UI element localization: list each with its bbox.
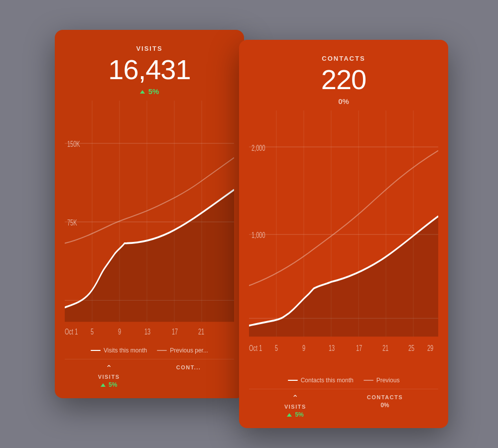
- svg-text:75K: 75K: [67, 219, 77, 227]
- svg-text:13: 13: [329, 344, 335, 353]
- chevron-up-icon-front: ⌃: [292, 394, 298, 402]
- contacts-chart: 2,000 1,000 Oct 1 5 9 13 17 21 25 29: [249, 111, 438, 373]
- svg-text:150K: 150K: [67, 140, 80, 148]
- legend-current: Visits this month: [91, 347, 147, 354]
- visits-metric-change: 5%: [65, 87, 234, 96]
- contacts-legend: Contacts this month Previous: [249, 377, 438, 386]
- arrow-up-icon-front: [287, 413, 292, 417]
- contacts-metric-label: CONTACTS: [249, 55, 438, 62]
- svg-text:2,000: 2,000: [251, 143, 265, 152]
- nav-contacts-label: CONT...: [176, 364, 201, 370]
- svg-text:Oct 1: Oct 1: [249, 344, 262, 353]
- svg-text:Oct 1: Oct 1: [65, 328, 78, 336]
- legend-contacts-current-label: Contacts this month: [301, 377, 354, 384]
- svg-text:25: 25: [408, 344, 414, 353]
- legend-previous-label: Previous per...: [170, 347, 208, 354]
- nav-visits-label: VISITS: [98, 374, 120, 380]
- svg-text:17: 17: [356, 344, 362, 353]
- contacts-card: CONTACTS 220 0%: [239, 40, 448, 428]
- visits-bottom-nav: ⌃ VISITS 5% CONT...: [65, 359, 234, 388]
- nav-front-visits-label: VISITS: [284, 404, 306, 410]
- cards-container: VISITS 16,431 5%: [45, 20, 453, 428]
- svg-text:1,000: 1,000: [251, 231, 265, 240]
- svg-text:5: 5: [275, 344, 278, 353]
- svg-text:13: 13: [144, 328, 150, 336]
- nav-visits-value: 5%: [101, 381, 118, 388]
- legend-contacts-current: Contacts this month: [288, 377, 354, 384]
- contacts-metric-change: 0%: [249, 97, 438, 106]
- svg-text:21: 21: [198, 328, 204, 336]
- nav-front-contacts[interactable]: CONTACTS 0%: [367, 394, 403, 409]
- nav-contacts[interactable]: CONT...: [176, 364, 201, 370]
- svg-text:9: 9: [118, 328, 121, 336]
- legend-previous: Previous per...: [157, 347, 208, 354]
- legend-line-current: [91, 350, 101, 351]
- nav-front-visits[interactable]: ⌃ VISITS 5%: [284, 394, 306, 418]
- legend-line-previous: [157, 350, 167, 351]
- visits-metric-label: VISITS: [65, 45, 234, 52]
- nav-visits[interactable]: ⌃ VISITS 5%: [98, 364, 120, 388]
- svg-text:29: 29: [427, 344, 433, 353]
- visits-card: VISITS 16,431 5%: [55, 30, 244, 398]
- up-arrow-icon: [140, 90, 145, 94]
- nav-front-contacts-value: 0%: [380, 402, 389, 409]
- chevron-up-icon: ⌃: [106, 364, 112, 372]
- legend-current-label: Visits this month: [104, 347, 147, 354]
- arrow-up-icon: [101, 383, 106, 387]
- svg-text:21: 21: [382, 344, 388, 353]
- visits-legend: Visits this month Previous per...: [65, 347, 234, 356]
- svg-text:17: 17: [172, 328, 178, 336]
- visits-chart: 150K 75K Oct 1 5 9 13 17 21: [65, 101, 234, 343]
- legend-contacts-previous: Previous: [364, 377, 400, 384]
- legend-line-current-contacts: [288, 380, 298, 381]
- legend-contacts-previous-label: Previous: [376, 377, 400, 384]
- visits-metric-value: 16,431: [65, 54, 234, 85]
- nav-front-visits-value: 5%: [287, 411, 304, 418]
- svg-text:5: 5: [91, 328, 94, 336]
- nav-front-contacts-label: CONTACTS: [367, 394, 403, 400]
- contacts-metric-value: 220: [249, 64, 438, 95]
- legend-line-previous-contacts: [364, 380, 374, 381]
- svg-text:9: 9: [302, 344, 305, 353]
- contacts-bottom-nav: ⌃ VISITS 5% CONTACTS 0%: [249, 389, 438, 418]
